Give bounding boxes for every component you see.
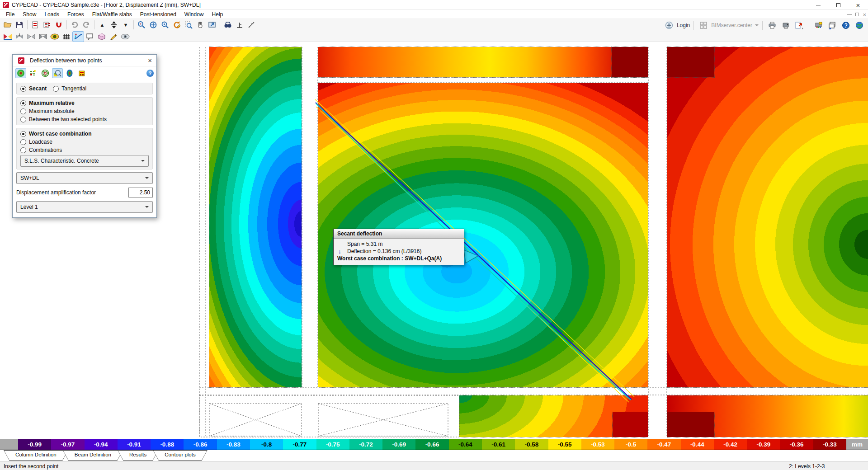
isovalue-labels-icon[interactable] [28,68,38,78]
text-annotation-icon[interactable] [84,31,96,42]
minimize-button[interactable] [808,0,828,10]
configuration-icon[interactable] [813,20,825,31]
menu-item-window[interactable]: Window [180,10,208,19]
plot-drawing-icon[interactable] [780,20,792,31]
redo-icon[interactable] [80,19,92,30]
tab-column-definition[interactable]: Column Definition [4,450,68,461]
print-icon[interactable] [766,20,778,31]
login-label[interactable]: Login [677,22,690,28]
undo-icon[interactable] [69,19,80,30]
chevron-down-icon[interactable] [755,24,759,26]
child-minimize-icon[interactable] [847,14,852,15]
search-binoculars-icon[interactable] [222,19,234,30]
beam-gray-2-icon[interactable] [25,31,37,42]
save-icon[interactable] [14,19,25,30]
scale-segment: -0.47 [647,439,680,450]
child-restore-icon[interactable] [855,13,859,16]
chevron-down-icon [145,177,149,179]
zoom-x2-icon[interactable] [159,19,171,30]
open-file-icon[interactable] [2,19,14,30]
zoom-window-icon[interactable] [183,19,194,30]
bimserver-label[interactable]: BIMserver.center [711,22,752,28]
section-views-icon[interactable] [76,68,87,78]
column-block [667,47,714,77]
view-tabs: Column Definition Beam Definition Result… [0,450,868,461]
help-icon[interactable] [840,20,852,31]
waffle-grid-icon[interactable] [61,31,72,42]
dialog-close-icon[interactable]: × [146,57,154,64]
login-user-icon[interactable] [663,20,675,31]
account-toolbar: Login BIMserver.center [663,19,865,31]
scale-segment: -0.69 [382,439,415,450]
dialog-title: Deflection between two points [30,57,102,64]
view-eye-icon[interactable] [119,31,131,42]
zoom-all-icon[interactable] [147,19,159,30]
sketch-pencil-icon[interactable] [108,31,119,42]
query-point-icon[interactable] [52,68,63,78]
export-report-icon[interactable] [793,20,805,31]
beam-gray-arrow-icon[interactable] [14,31,25,42]
deflection-dialog: Deflection between two points × ? Secant… [12,54,157,218]
radio-maximum-relative[interactable]: Maximum relative [20,100,149,106]
column-block [613,412,648,437]
object-snap-magnet-icon[interactable] [53,19,65,30]
scale-segment: -0.75 [316,439,349,450]
display-options-icon[interactable] [49,31,61,42]
beam-gray-3-icon[interactable] [37,31,49,42]
child-close-icon[interactable]: × [863,12,866,18]
scale-segment: -0.8 [250,439,283,450]
tab-contour-plots[interactable]: Contour plots [153,450,207,461]
radio-worst-case-combination[interactable]: Worst case combination [20,131,149,137]
tab-beam-definition[interactable]: Beam Definition [63,450,123,461]
3d-view-icon[interactable] [96,31,108,42]
menu-item-file[interactable]: File [2,10,19,19]
zoom-previous-icon[interactable] [136,19,147,30]
status-message: Insert the second point [4,463,58,470]
dxf-layers-icon[interactable] [41,19,53,30]
menu-item-help[interactable]: Help [208,10,227,19]
menu-item-show[interactable]: Show [19,10,40,19]
pan-hand-icon[interactable] [194,19,206,30]
scale-segment: -0.64 [449,439,482,450]
scale-unit-label: mm [846,439,868,450]
radio-unselected-icon [20,117,26,122]
dialog-title-bar[interactable]: Deflection between two points × [13,55,156,66]
combination-select[interactable]: S.L.S. Characteristic. Concrete [20,155,149,167]
tab-toolbar [0,31,868,42]
level-down-icon[interactable]: ▼ [120,19,132,30]
factor-input[interactable] [128,188,153,197]
measure-icon[interactable] [245,19,257,30]
redraw-icon[interactable] [171,19,183,30]
loadcase-select[interactable]: SW+DL [16,172,153,184]
toolbar-separator [94,20,94,29]
window-switch-icon[interactable] [826,20,838,31]
menu-item-forces[interactable]: Forces [63,10,88,19]
dialog-help-icon[interactable]: ? [146,70,154,77]
menu-item-post-tensioned[interactable]: Post-tensioned [136,10,180,19]
level-up-icon[interactable]: ▲ [96,19,108,30]
isoline-rings-icon[interactable] [40,68,51,78]
radio-maximum-absolute[interactable]: Maximum absolute [20,108,149,114]
menu-item-flat-waffle-slabs[interactable]: Flat/Waffle slabs [88,10,136,19]
maximize-button[interactable] [828,0,848,10]
group-deflection-type: Secant Tangential [16,83,153,94]
radio-secant[interactable]: Secant [20,85,47,92]
close-button[interactable]: × [848,0,868,10]
radio-selected-icon [20,131,26,137]
beam-colored-icon[interactable] [2,31,14,42]
web-globe-icon[interactable] [854,20,865,31]
import-dxf-icon[interactable] [29,19,41,30]
menu-item-loads[interactable]: Loads [40,10,63,19]
radio-between-two-points[interactable]: Between the two selected points [20,116,149,122]
level-select[interactable]: Level 1 [16,201,153,213]
color-scale-icon[interactable] [64,68,75,78]
radio-tangential[interactable]: Tangential [53,85,86,92]
contour-rings-icon[interactable] [15,68,26,78]
radio-loadcase[interactable]: Loadcase [20,139,149,145]
full-window-icon[interactable] [206,19,218,30]
tab-results[interactable]: Results [118,450,158,461]
level-select-icon[interactable] [108,19,120,30]
orthogonal-mode-icon[interactable] [234,19,245,30]
radio-combinations[interactable]: Combinations [20,147,149,153]
deflection-tool-icon[interactable] [72,31,84,42]
